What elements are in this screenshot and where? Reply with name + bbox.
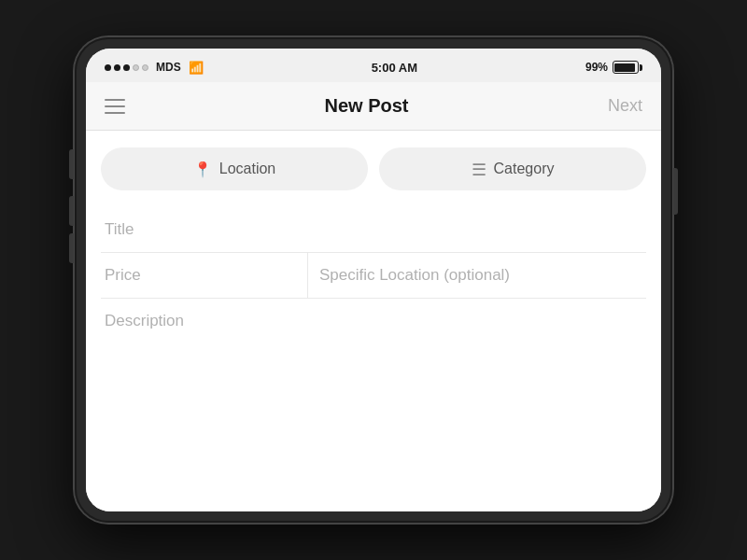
phone-frame: MDS 📶 5:00 AM 99% New Post xyxy=(75,37,672,523)
specific-location-field[interactable]: Specific Location (optional) xyxy=(308,253,646,298)
wifi-icon: 📶 xyxy=(189,61,204,75)
hamburger-line-2 xyxy=(105,105,125,107)
category-pill[interactable]: ☰ Category xyxy=(379,147,646,190)
screen: MDS 📶 5:00 AM 99% New Post xyxy=(86,49,661,511)
status-left: MDS 📶 xyxy=(105,61,204,75)
hamburger-menu-button[interactable] xyxy=(105,99,125,114)
signal-dot-4 xyxy=(133,64,139,71)
title-placeholder: Title xyxy=(105,220,134,239)
pills-row: 📍 Location ☰ Category xyxy=(101,147,646,190)
signal-dots xyxy=(105,64,148,71)
location-pill-icon: 📍 xyxy=(193,161,212,178)
battery-icon xyxy=(613,61,642,74)
hamburger-line-3 xyxy=(105,112,125,114)
location-pill[interactable]: 📍 Location xyxy=(101,147,368,190)
status-right: 99% xyxy=(585,61,642,74)
battery-fill xyxy=(614,63,635,72)
signal-dot-1 xyxy=(105,64,111,71)
signal-dot-2 xyxy=(114,64,120,71)
price-location-row: Price Specific Location (optional) xyxy=(101,253,646,299)
time-display: 5:00 AM xyxy=(372,61,417,75)
specific-location-placeholder: Specific Location (optional) xyxy=(319,266,510,284)
title-field[interactable]: Title xyxy=(101,207,646,253)
description-field[interactable]: Description xyxy=(101,299,646,497)
price-placeholder: Price xyxy=(105,266,141,284)
description-placeholder: Description xyxy=(105,312,184,329)
nav-bar: New Post Next xyxy=(86,82,661,131)
signal-dot-5 xyxy=(142,64,148,71)
next-button[interactable]: Next xyxy=(608,96,642,116)
category-pill-icon: ☰ xyxy=(472,160,486,179)
hamburger-line-1 xyxy=(105,99,125,101)
price-field[interactable]: Price xyxy=(101,253,308,298)
battery-tip xyxy=(640,64,642,71)
category-pill-label: Category xyxy=(494,161,555,177)
battery-body xyxy=(613,61,639,74)
battery-percent: 99% xyxy=(585,61,608,74)
status-bar: MDS 📶 5:00 AM 99% xyxy=(86,49,661,82)
carrier-label: MDS xyxy=(156,61,181,74)
page-title: New Post xyxy=(324,95,408,117)
location-pill-label: Location xyxy=(219,161,276,177)
content-area: 📍 Location ☰ Category Title Price Specif… xyxy=(86,131,661,511)
signal-dot-3 xyxy=(123,64,130,71)
